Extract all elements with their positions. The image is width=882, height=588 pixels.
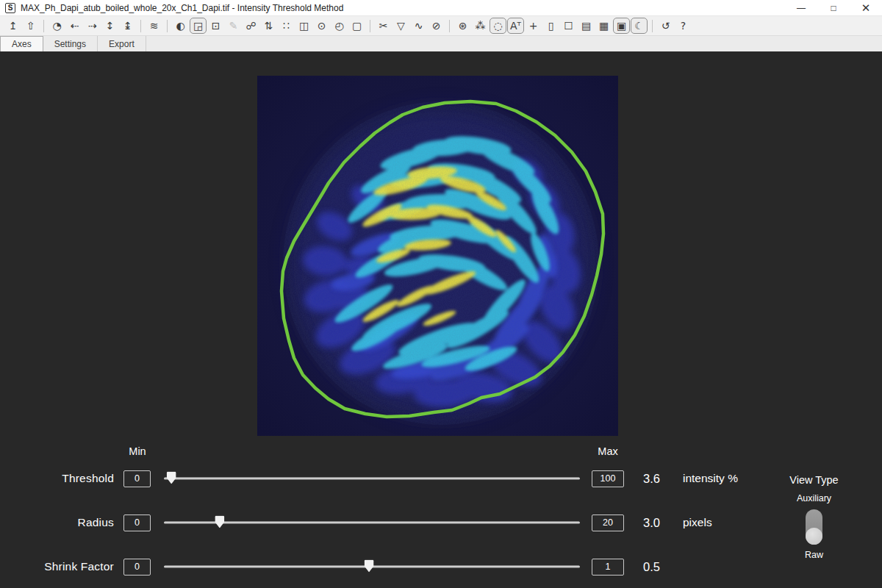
tab-bar: Axes Settings Export [0, 36, 882, 51]
dashed-circle-button[interactable]: ◌ [490, 18, 506, 34]
tab-settings[interactable]: Settings [43, 36, 98, 51]
image-button[interactable]: ▤ [578, 18, 595, 34]
inspect-button[interactable]: ⊙ [313, 18, 330, 34]
view-type-option-raw: Raw [768, 550, 860, 560]
tab-axes[interactable]: Axes [0, 36, 43, 51]
pencil-icon: ✎ [229, 21, 238, 31]
dashed-square-icon: ☐ [564, 21, 573, 31]
window-title: MAX_Ph_Dapi_atub_boiled_whole_20x_Ch1_Da… [21, 3, 343, 13]
radius-slider[interactable] [164, 514, 580, 531]
toolbar-separator [167, 20, 168, 32]
reset-button[interactable]: ↺ [657, 18, 674, 34]
dark-mode-button[interactable]: ☾ [631, 18, 648, 34]
arrow-vertical-icon: ↕ [106, 21, 115, 31]
minimize-button[interactable]: — [785, 0, 817, 15]
scatter-button[interactable]: ∷ [278, 18, 295, 34]
radius-value: 3.0 [643, 516, 681, 530]
tools-button[interactable]: ✂ [375, 18, 392, 34]
radius-min-input[interactable] [123, 514, 151, 531]
exclude-button[interactable]: ⊘ [428, 18, 445, 34]
scissors-icon: ✂ [379, 21, 388, 31]
threshold-controls: Min Max Threshold 3.6 intensity % Radius [0, 445, 882, 588]
box-corner-dot-icon: ◲ [193, 21, 203, 31]
shrink-factor-slider-handle[interactable] [365, 559, 374, 572]
help-button[interactable]: ? [675, 18, 692, 34]
text-style-icon: Aᵀ [510, 21, 521, 31]
paperclip-icon: ☍ [245, 21, 256, 31]
shield-button[interactable]: ▽ [392, 18, 409, 34]
view-type-toggle-knob[interactable] [806, 528, 822, 545]
shrink-factor-slider[interactable] [164, 558, 580, 576]
region-button[interactable]: ▢ [348, 18, 365, 34]
threshold-slider-track[interactable] [164, 478, 580, 480]
view-type-option-auxiliary: Auxiliary [768, 493, 860, 503]
radius-max-input[interactable] [592, 514, 624, 531]
palette-icon: ⊛ [459, 21, 467, 31]
arrow-right-dotted-icon: ⇢ [88, 21, 97, 31]
link-button[interactable]: ☍ [243, 18, 259, 34]
close-button[interactable]: ✕ [850, 0, 882, 15]
maximize-button[interactable]: □ [817, 0, 850, 15]
tab-export[interactable]: Export [98, 36, 146, 51]
microscopy-image [257, 76, 618, 436]
compass-button[interactable]: ◔ [49, 18, 65, 34]
toolbar: ↥⇧◔⇠⇢↕↨≋◐◲⊡✎☍⇅∷◫⊙◴▢✂▽∿⊘⊛⁂◌Aᵀ+▯☐▤▦▣☾↺? [0, 16, 882, 36]
view-type-title: View Type [768, 474, 860, 486]
radius-unit: pixels [683, 516, 712, 529]
contrast-button[interactable]: ◐ [172, 18, 189, 34]
shrink-factor-row: Shrink Factor 0.5 [0, 545, 882, 588]
view-type-panel: View Type Auxiliary Raw [768, 474, 860, 560]
rounded-square-icon: ▢ [352, 21, 362, 31]
threshold-slider-handle[interactable] [167, 471, 176, 484]
toolbar-separator [652, 20, 653, 32]
split-view-button[interactable]: ◫ [295, 18, 312, 34]
draw-button[interactable]: ✎ [225, 18, 242, 34]
layers-icon: ≋ [150, 21, 159, 31]
layers-button[interactable]: ≋ [146, 18, 162, 34]
toolbar-separator [43, 20, 44, 32]
wave-icon: ∿ [415, 21, 423, 31]
save-figure-button[interactable]: ↥ [4, 18, 21, 34]
plus-icon: + [529, 21, 538, 31]
shrink-factor-max-input[interactable] [592, 559, 624, 576]
image-panel[interactable] [257, 76, 618, 436]
grid-button[interactable]: ▦ [595, 18, 612, 34]
signal-button[interactable]: ∿ [410, 18, 427, 34]
threshold-min-input[interactable] [123, 470, 151, 487]
marquee-button[interactable]: ☐ [560, 18, 577, 34]
crop-button[interactable]: ⊡ [207, 18, 224, 34]
export-view-button[interactable]: ⇧ [22, 18, 39, 34]
threshold-max-input[interactable] [592, 470, 624, 487]
circle-quadrant-icon: ◴ [334, 21, 343, 31]
pan-left-button[interactable]: ⇠ [66, 18, 83, 34]
crop-icon: ⊡ [212, 21, 220, 31]
center-dot-button[interactable]: ▣ [613, 18, 630, 34]
threshold-value: 3.6 [643, 472, 681, 486]
shrink-factor-min-input[interactable] [123, 559, 151, 576]
pan-right-button[interactable]: ⇢ [84, 18, 101, 34]
pan-up-button[interactable]: ↕ [101, 18, 118, 34]
venn-icon: ⁂ [476, 21, 486, 31]
window-controls: — □ ✕ [785, 0, 882, 15]
rotate-view-button[interactable]: ◴ [331, 18, 348, 34]
palette-button[interactable]: ⊛ [454, 18, 471, 34]
app-icon: S [5, 3, 15, 13]
channels-button[interactable]: ⁂ [472, 18, 489, 34]
ruler-button[interactable]: ▯ [542, 18, 559, 34]
main-content: Min Max Threshold 3.6 intensity % Radius [0, 51, 882, 588]
image-icon: ▤ [581, 21, 591, 31]
scatter-dots-icon: ∷ [283, 21, 290, 31]
sort-button[interactable]: ⇅ [260, 18, 277, 34]
pan-down-button[interactable]: ↨ [119, 18, 136, 34]
threshold-slider[interactable] [164, 470, 580, 487]
view-type-toggle[interactable] [806, 509, 822, 545]
radius-slider-track[interactable] [164, 522, 580, 524]
slash-circle-icon: ⊘ [432, 21, 441, 31]
crosshair-button[interactable]: + [525, 18, 542, 34]
radius-label: Radius [0, 516, 114, 529]
moon-icon: ☾ [634, 21, 644, 31]
annotation-button[interactable]: Aᵀ [507, 18, 524, 34]
overlay-view-button[interactable]: ◲ [190, 18, 207, 34]
threshold-label: Threshold [0, 472, 114, 485]
radius-slider-handle[interactable] [215, 515, 224, 528]
